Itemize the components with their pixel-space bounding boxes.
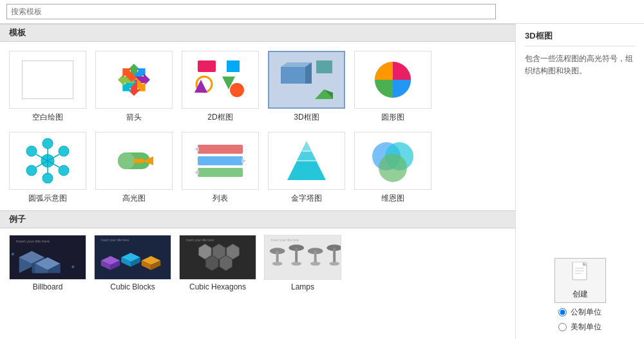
example-label-cubic-hexagons: Cubic Hexagons [189, 282, 246, 291]
svg-rect-38 [198, 145, 243, 154]
template-item-network[interactable]: 圆弧示意图 [9, 132, 86, 204]
cubic-hexagons-preview: Insert your title here [180, 235, 256, 280]
svg-rect-37 [134, 159, 144, 163]
svg-marker-47 [302, 142, 311, 151]
svg-marker-42 [242, 158, 246, 163]
example-item-cubic-hexagons[interactable]: Insert your title here Cubic Hexagons [179, 235, 256, 291]
svg-point-27 [26, 146, 37, 156]
blank-icon [22, 60, 73, 99]
circle-chart-icon [364, 57, 422, 102]
template-item-arrows[interactable]: 箭头 [95, 51, 173, 123]
template-item-list[interactable]: 列表 [182, 132, 259, 204]
svg-point-24 [59, 165, 69, 176]
template-item-3d[interactable]: 3D框图 [268, 51, 345, 123]
svg-point-91 [310, 262, 321, 266]
template-thumb-pyramid [268, 132, 345, 190]
highlight-icon [105, 138, 163, 183]
main-layout: 模板 空白绘图 [0, 24, 644, 339]
template-label-2d: 2D框图 [207, 112, 232, 123]
svg-rect-35 [118, 152, 135, 169]
template-thumb-3d [268, 51, 345, 109]
template-thumb-list [182, 132, 259, 190]
examples-grid: Insert your title here [0, 228, 515, 298]
svg-rect-84 [276, 251, 279, 264]
svg-text:Insert your title here: Insert your title here [186, 239, 214, 242]
template-thumb-arrows [95, 51, 173, 109]
template-label-blank: 空白绘图 [32, 112, 63, 123]
svg-point-62 [71, 266, 74, 268]
svg-rect-13 [230, 83, 244, 97]
svg-rect-87 [295, 248, 298, 264]
metric-radio[interactable] [558, 308, 567, 316]
list-icon [191, 138, 249, 183]
svg-point-52 [379, 154, 407, 182]
template-item-blank[interactable]: 空白绘图 [9, 51, 86, 123]
arrows-icon [105, 57, 163, 102]
svg-point-61 [12, 253, 14, 255]
right-panel: 3D框图 包含一些流程图的高光符号，组织结构图和块图。 创建 公制单位 [515, 24, 644, 339]
network-icon [19, 138, 77, 183]
template-label-network: 圆弧示意图 [28, 193, 67, 204]
svg-point-26 [26, 165, 37, 176]
example-thumb-lamps: Insert your title here [264, 235, 341, 280]
svg-point-23 [59, 146, 69, 156]
imperial-unit-row[interactable]: 美制单位 [558, 322, 601, 333]
example-label-billboard: Billboard [33, 282, 63, 291]
svg-marker-17 [316, 60, 332, 73]
template-item-2d[interactable]: 2D框图 [182, 51, 259, 123]
template-label-pyramid: 金字塔图 [291, 193, 322, 204]
template-item-venn[interactable]: 维恩图 [354, 132, 431, 204]
template-label-list: 列表 [213, 193, 228, 204]
template-label-3d: 3D框图 [294, 112, 319, 123]
svg-rect-40 [198, 168, 243, 177]
template-label-venn: 维恩图 [381, 193, 404, 204]
imperial-label: 美制单位 [571, 322, 601, 333]
svg-rect-93 [333, 248, 336, 264]
svg-point-88 [291, 262, 301, 266]
svg-point-85 [272, 262, 283, 266]
example-thumb-cubic-hexagons: Insert your title here [179, 235, 256, 280]
svg-marker-41 [194, 147, 199, 152]
svg-rect-39 [198, 156, 243, 165]
right-panel-description: 包含一些流程图的高光符号，组织结构图和块图。 [525, 53, 635, 77]
templates-section-label: 模板 [9, 27, 26, 39]
svg-marker-43 [194, 170, 199, 175]
template-label-highlight: 高光图 [122, 193, 146, 204]
lamps-preview: Insert your title here [265, 235, 341, 280]
examples-section-header: 例子 [0, 210, 515, 228]
content-area: 模板 空白绘图 [0, 24, 515, 339]
search-bar [0, 0, 644, 24]
templates-grid: 空白绘图 箭头 [0, 42, 515, 210]
svg-text:Insert your title here: Insert your title here [271, 239, 299, 242]
pyramid-icon [278, 138, 336, 183]
create-button[interactable]: 创建 [554, 258, 606, 303]
example-thumb-billboard: Insert your title here [9, 235, 86, 280]
template-item-pyramid[interactable]: 金字塔图 [268, 132, 345, 204]
create-section: 创建 公制单位 美制单位 [525, 258, 635, 333]
metric-unit-row[interactable]: 公制单位 [558, 307, 601, 318]
venn-icon [364, 138, 422, 183]
template-label-arrows: 箭头 [126, 112, 142, 123]
template-thumb-circle [354, 51, 431, 109]
template-thumb-highlight [95, 132, 173, 190]
example-item-lamps[interactable]: Insert your title here [264, 235, 341, 291]
template-item-circle[interactable]: 圆形图 [354, 51, 431, 123]
svg-text:Insert your title here: Insert your title here [16, 239, 50, 243]
example-thumb-cubic-blocks: Insert your title here [94, 235, 171, 280]
3d-frame-icon [278, 57, 336, 102]
template-thumb-network [9, 132, 86, 190]
search-input[interactable] [6, 4, 496, 19]
template-label-circle: 圆形图 [381, 112, 404, 123]
imperial-radio[interactable] [558, 323, 567, 331]
right-panel-spacer [525, 84, 635, 252]
template-item-highlight[interactable]: 高光图 [95, 132, 173, 204]
cubic-blocks-preview: Insert your title here [95, 235, 171, 280]
svg-rect-90 [314, 251, 317, 264]
example-item-cubic-blocks[interactable]: Insert your title here [94, 235, 171, 291]
svg-point-25 [43, 173, 53, 183]
example-item-billboard[interactable]: Insert your title here [9, 235, 86, 291]
2d-frame-icon [191, 57, 249, 102]
template-thumb-2d [182, 51, 259, 109]
create-button-label: 创建 [573, 289, 588, 300]
template-thumb-blank [9, 51, 86, 109]
